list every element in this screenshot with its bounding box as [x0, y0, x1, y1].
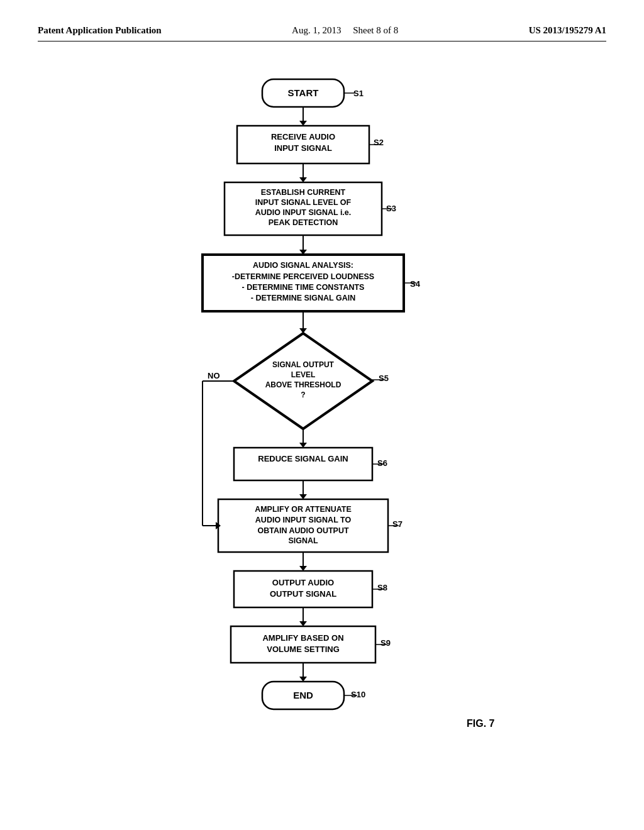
svg-rect-20 — [234, 448, 372, 480]
s10-label: S10 — [351, 690, 365, 699]
s5-text1: SIGNAL OUTPUT — [272, 360, 334, 369]
s4-text2: -DETERMINE PERCEIVED LOUDNESS — [232, 272, 374, 281]
s3-text3: AUDIO INPUT SIGNAL i.e. — [255, 208, 352, 217]
s9-text2: VOLUME SETTING — [267, 645, 340, 654]
s7-text2: AUDIO INPUT SIGNAL TO — [255, 516, 352, 524]
s7-text1: AMPLIFY OR ATTENUATE — [255, 505, 352, 514]
s9-text1: AMPLIFY BASED ON — [262, 633, 343, 643]
s3-text4: PEAK DETECTION — [269, 218, 338, 227]
s3-text2: INPUT SIGNAL LEVEL OF — [255, 198, 352, 207]
header: Patent Application Publication Aug. 1, 2… — [38, 25, 606, 42]
s5-label: S5 — [379, 374, 389, 383]
s7-text3: OBTAIN AUDIO OUTPUT — [257, 526, 348, 535]
s8-text1: OUTPUT AUDIO — [272, 578, 334, 587]
s1-text: START — [288, 87, 319, 98]
flowchart: START S1 RECEIVE AUDIO INPUT SIGNAL S2 E… — [102, 60, 542, 796]
publication-date: Aug. 1, 2013 — [292, 25, 341, 35]
s2-text2: INPUT SIGNAL — [274, 143, 332, 153]
fig-label: FIG. 7 — [467, 718, 495, 729]
s5-text2: LEVEL — [291, 370, 316, 379]
s8-label: S8 — [377, 583, 387, 592]
s2-text: RECEIVE AUDIO — [271, 132, 335, 141]
header-center: Aug. 1, 2013 Sheet 8 of 8 — [292, 25, 398, 36]
s8-text2: OUTPUT SIGNAL — [270, 589, 336, 599]
s6-text1: REDUCE SIGNAL GAIN — [258, 454, 348, 463]
s5-text3: ABOVE THRESHOLD — [265, 380, 341, 389]
s5-text4: ? — [301, 390, 305, 399]
s4-label: S4 — [410, 279, 421, 289]
page: Patent Application Publication Aug. 1, 2… — [0, 0, 644, 830]
s10-text: END — [293, 690, 313, 700]
s4-text4: - DETERMINE SIGNAL GAIN — [251, 294, 355, 302]
publication-title: Patent Application Publication — [38, 25, 162, 36]
s7-text4: SIGNAL — [288, 536, 318, 545]
no-label: NO — [208, 371, 220, 380]
s4-text1: AUDIO SIGNAL ANALYSIS: — [253, 261, 353, 270]
s3-text1: ESTABLISH CURRENT — [261, 188, 346, 197]
s9-label: S9 — [380, 638, 391, 648]
s7-label: S7 — [392, 519, 402, 529]
s6-label: S6 — [377, 458, 387, 468]
patent-number: US 2013/195279 A1 — [529, 25, 606, 36]
s4-text3: - DETERMINE TIME CONSTANTS — [242, 283, 365, 292]
s1-label: S1 — [353, 89, 364, 98]
sheet-info: Sheet 8 of 8 — [353, 25, 398, 35]
s2-label: S2 — [374, 138, 384, 147]
